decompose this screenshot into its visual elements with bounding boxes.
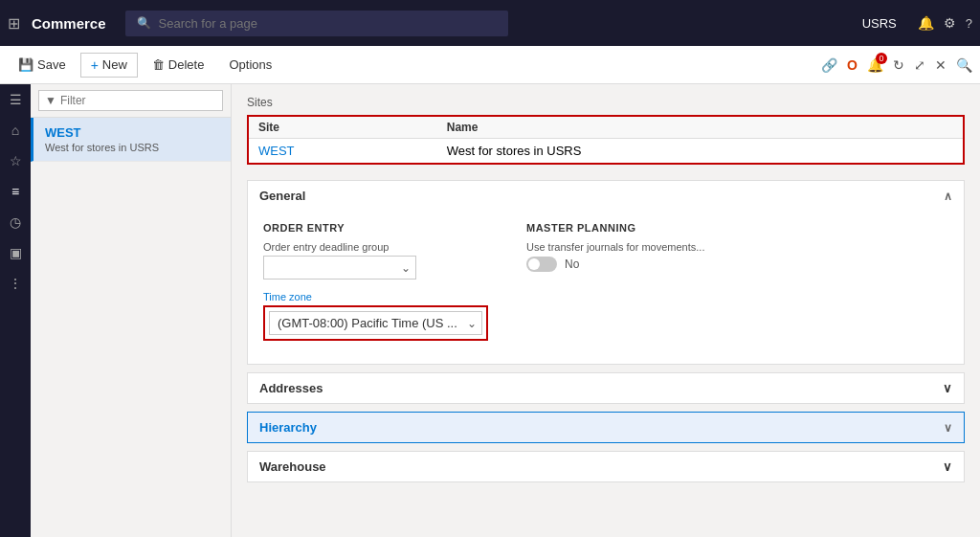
filter-input[interactable] (60, 94, 216, 107)
refresh-icon[interactable]: ↻ (893, 57, 904, 73)
notification-badge[interactable]: 🔔 0 (867, 56, 883, 74)
transfer-journals-field: Use transfer journals for movements... N… (526, 241, 704, 272)
left-list: WEST West for stores in USRS (31, 118, 231, 537)
delete-icon: 🗑 (152, 57, 165, 72)
sidebar-clock-icon[interactable]: ◷ (10, 214, 21, 230)
hierarchy-section-header[interactable]: Hierarchy ∨ (248, 413, 964, 442)
timezone-select[interactable]: (GMT-08:00) Pacific Time (US ... (269, 311, 482, 335)
general-section-label: General (259, 189, 305, 203)
deadline-group-select-wrap[interactable] (263, 256, 416, 280)
sidebar-menu-icon[interactable]: ☰ (10, 92, 22, 107)
deadline-group-select[interactable] (263, 256, 416, 280)
timezone-select-wrap[interactable]: (GMT-08:00) Pacific Time (US ... (269, 311, 482, 335)
app-name: Commerce (32, 15, 106, 32)
timezone-field: Time zone (GMT-08:00) Pacific Time (US .… (263, 291, 488, 341)
toolbar-search-icon[interactable]: 🔍 (956, 57, 972, 73)
icon-sidebar: ☰ ⌂ ☆ ≡ ◷ ▣ ⋮ (0, 84, 31, 537)
user-name: USRS (862, 16, 897, 31)
top-nav-bar: ⊞ Commerce 🔍 USRS 🔔 ⚙ ? (0, 0, 980, 46)
warehouse-section[interactable]: Warehouse ∨ (247, 451, 965, 482)
timezone-wrap: (GMT-08:00) Pacific Time (US ... (263, 305, 488, 341)
bell-icon[interactable]: 🔔 (918, 15, 934, 31)
sidebar-chart-icon[interactable]: ▣ (10, 245, 22, 260)
search-icon: 🔍 (137, 16, 151, 30)
deadline-group-field: Order entry deadline group (263, 241, 488, 280)
sidebar-home-icon[interactable]: ⌂ (11, 123, 19, 138)
filter-input-wrap[interactable]: ▼ (38, 90, 223, 111)
new-label: New (102, 57, 127, 72)
notification-count: 0 (876, 53, 887, 64)
list-item[interactable]: WEST West for stores in USRS (31, 118, 231, 162)
addresses-chevron-down-icon: ∨ (943, 381, 952, 395)
save-label: Save (37, 57, 66, 72)
sidebar-star-icon[interactable]: ☆ (10, 153, 22, 168)
top-bar-icons: 🔔 ⚙ ? (918, 15, 972, 31)
item-subtitle: West for stores in USRS (45, 142, 219, 153)
timezone-label: Time zone (263, 291, 488, 302)
delete-label: Delete (168, 57, 205, 72)
delete-button[interactable]: 🗑 Delete (142, 53, 215, 77)
sidebar-list-icon[interactable]: ≡ (11, 184, 19, 199)
addresses-label: Addresses (259, 381, 323, 395)
hierarchy-section: Hierarchy ∨ (247, 412, 965, 443)
master-planning-heading: MASTER PLANNING (526, 222, 704, 234)
app-grid-icon[interactable]: ⊞ (8, 14, 20, 33)
main-layout: ☰ ⌂ ☆ ≡ ◷ ▣ ⋮ ▼ WEST West for stores in … (0, 84, 980, 537)
addresses-section[interactable]: Addresses ∨ (247, 372, 965, 404)
chain-icon[interactable]: 🔗 (821, 57, 837, 73)
expand-icon[interactable]: ⤢ (914, 57, 925, 73)
warehouse-label: Warehouse (259, 459, 326, 474)
new-button[interactable]: + New (80, 53, 138, 78)
warehouse-chevron-down-icon: ∨ (943, 459, 952, 474)
general-section-header[interactable]: General ∧ (248, 181, 964, 211)
gear-icon[interactable]: ⚙ (944, 15, 956, 31)
sites-row[interactable]: WEST West for stores in USRS (249, 139, 963, 164)
deadline-group-label: Order entry deadline group (263, 241, 488, 253)
sites-label: Sites (247, 96, 965, 109)
sites-cell-site[interactable]: WEST (249, 139, 437, 164)
master-planning-col: MASTER PLANNING Use transfer journals fo… (526, 222, 704, 352)
close-icon[interactable]: ✕ (935, 57, 947, 73)
filter-icon: ▼ (45, 94, 56, 107)
sites-table-wrap: Site Name WEST West for stores in USRS (247, 115, 965, 165)
plus-icon: + (91, 57, 99, 73)
content-area: Sites Site Name WEST West for stores in … (232, 84, 980, 537)
sites-cell-name: West for stores in USRS (437, 139, 963, 164)
general-two-col: ORDER ENTRY Order entry deadline group T… (263, 222, 948, 352)
search-bar[interactable]: 🔍 (125, 11, 508, 36)
search-input[interactable] (159, 16, 497, 31)
order-entry-heading: ORDER ENTRY (263, 222, 488, 234)
transfer-journals-toggle[interactable] (526, 257, 557, 272)
general-chevron-up-icon: ∧ (944, 190, 952, 203)
help-icon[interactable]: ? (966, 16, 972, 31)
transfer-journals-label: Use transfer journals for movements... (526, 241, 704, 253)
toggle-group: No (526, 257, 704, 272)
filter-bar: ▼ (31, 84, 231, 118)
order-entry-col: ORDER ENTRY Order entry deadline group T… (263, 222, 488, 352)
hierarchy-label: Hierarchy (259, 420, 317, 435)
top-nav-right: USRS 🔔 ⚙ ? (862, 15, 972, 31)
hierarchy-chevron-down-icon: ∨ (944, 421, 952, 435)
sites-col-name: Name (437, 117, 963, 139)
save-button[interactable]: 💾 Save (8, 53, 77, 77)
office-icon[interactable]: O (847, 57, 858, 73)
options-button[interactable]: Options (218, 53, 282, 77)
sites-table: Site Name WEST West for stores in USRS (249, 117, 963, 163)
sidebar-bullet-icon[interactable]: ⋮ (9, 276, 22, 291)
toggle-value-label: No (565, 257, 579, 271)
general-section-body: ORDER ENTRY Order entry deadline group T… (248, 211, 964, 364)
left-panel: ▼ WEST West for stores in USRS (31, 84, 232, 537)
toolbar: 💾 Save + New 🗑 Delete Options 🔗 O 🔔 0 ↻ … (0, 46, 980, 84)
save-icon: 💾 (18, 57, 33, 72)
item-title: WEST (45, 125, 219, 140)
options-label: Options (229, 57, 272, 72)
general-section: General ∧ ORDER ENTRY Order entry deadli… (247, 180, 965, 365)
sites-col-site: Site (249, 117, 437, 139)
